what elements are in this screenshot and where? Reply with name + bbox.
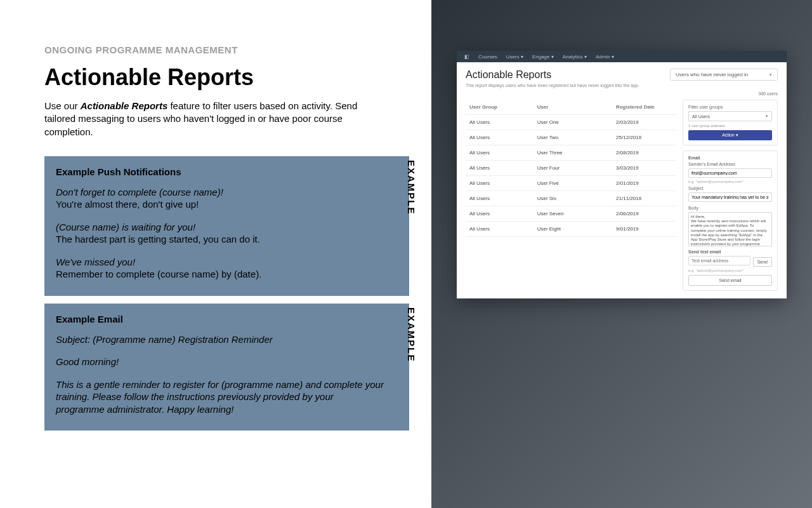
- report-description: This report displays users who have been…: [457, 83, 787, 91]
- nav-users[interactable]: Users ▾: [506, 54, 523, 60]
- nav-logo-icon: ◧: [464, 54, 469, 60]
- example-push-block: EXAMPLE Example Push Notifications Don't…: [44, 156, 409, 296]
- side-panel: Filter user groups All Users ▾ 1 user gr…: [683, 100, 778, 291]
- email-subject: Subject: (Programme name) Registration R…: [56, 333, 384, 346]
- cell-user: User Three: [537, 150, 616, 156]
- push-g2-line1: (Course name) is waiting for you!: [56, 221, 384, 234]
- body-label: Body: [688, 206, 772, 210]
- email-body: This is a gentle reminder to register fo…: [56, 378, 384, 416]
- app-window: ◧ Courses Users ▾ Engage ▾ Analytics ▾ A…: [457, 51, 787, 298]
- table-row[interactable]: All UsersUser Six21/11/2018: [466, 191, 676, 206]
- users-table: User Group User Registered Date All User…: [466, 100, 676, 291]
- cell-user: User Six: [537, 196, 616, 201]
- table-row[interactable]: All UsersUser Seven2/06/2019: [466, 206, 676, 222]
- table-header: User Group User Registered Date: [466, 100, 676, 115]
- nav-engage[interactable]: Engage ▾: [532, 54, 554, 60]
- email-card: Email Sender's Email Address e.g. "admin…: [683, 150, 778, 291]
- cell-date: 3/03/2019: [616, 165, 672, 171]
- filter-label: Filter user groups: [688, 105, 772, 109]
- cell-group: All Users: [469, 119, 537, 125]
- testemail-input[interactable]: [688, 256, 750, 265]
- sender-hint: e.g. "admin@yourcompany.com": [688, 180, 772, 184]
- body-textarea[interactable]: Hi there, We have recently sent instruct…: [688, 212, 772, 246]
- cell-group: All Users: [469, 226, 537, 232]
- push-group-1: Don't forget to complete (course name)! …: [56, 186, 384, 211]
- nav-courses[interactable]: Courses: [478, 54, 497, 60]
- cell-group: All Users: [469, 165, 537, 171]
- dropdown-value: Users who have never logged in: [676, 72, 748, 77]
- email-card-heading: Email: [688, 156, 772, 160]
- action-button[interactable]: Action ▾: [688, 130, 772, 140]
- subject-input[interactable]: [688, 192, 772, 202]
- cell-group: All Users: [469, 135, 537, 140]
- cell-user: User Five: [537, 180, 616, 186]
- example-label-vertical: EXAMPLE: [406, 160, 417, 215]
- cell-user: User Two: [537, 135, 616, 140]
- cell-date: 2/03/2019: [616, 119, 672, 125]
- cell-group: All Users: [469, 150, 537, 156]
- push-g2-line2: The hardest part is getting started, you…: [56, 233, 384, 246]
- table-row[interactable]: All UsersUser Five2/01/2019: [466, 176, 676, 191]
- push-group-2: (Course name) is waiting for you! The ha…: [56, 221, 384, 246]
- filter-select[interactable]: All Users ▾: [688, 111, 772, 121]
- page-title: Actionable Reports: [44, 64, 419, 91]
- cell-date: 2/06/2019: [616, 211, 672, 217]
- push-heading: Example Push Notifications: [56, 166, 384, 177]
- col-user: User: [537, 104, 616, 110]
- cell-user: User Seven: [537, 211, 616, 217]
- screenshot-backdrop: ◧ Courses Users ▾ Engage ▾ Analytics ▾ A…: [431, 0, 812, 508]
- example-label-vertical-2: EXAMPLE: [406, 307, 417, 363]
- push-g3-line1: We've missed you!: [56, 256, 384, 269]
- cell-group: All Users: [469, 211, 537, 217]
- cell-date: 2/08/2019: [616, 150, 672, 156]
- cell-user: User Eight: [537, 226, 616, 232]
- chevron-down-icon: ▾: [766, 114, 768, 119]
- nav-admin[interactable]: Admin ▾: [596, 54, 614, 60]
- cell-date: 25/12/2018: [616, 135, 672, 140]
- chevron-down-icon: ▾: [769, 72, 772, 77]
- filter-note: 1 user group selected: [688, 124, 772, 128]
- user-count: 300 users: [457, 91, 787, 100]
- cell-group: All Users: [469, 196, 537, 201]
- report-type-dropdown[interactable]: Users who have never logged in ▾: [670, 69, 778, 81]
- intro-paragraph: Use our Actionable Reports feature to fi…: [44, 100, 381, 138]
- table-row[interactable]: All UsersUser Eight9/01/2019: [466, 222, 676, 237]
- cell-date: 2/01/2019: [616, 180, 672, 186]
- filter-card: Filter user groups All Users ▾ 1 user gr…: [683, 100, 778, 145]
- cell-user: User One: [537, 119, 616, 125]
- cell-group: All Users: [469, 180, 537, 186]
- cell-user: User Four: [537, 165, 616, 171]
- col-registered-date: Registered Date: [616, 104, 672, 110]
- cell-date: 21/11/2018: [616, 196, 672, 201]
- table-row[interactable]: All UsersUser Four3/03/2019: [466, 161, 676, 176]
- app-navbar: ◧ Courses Users ▾ Engage ▾ Analytics ▾ A…: [457, 51, 787, 62]
- filter-value: All Users: [692, 114, 710, 119]
- table-row[interactable]: All UsersUser One2/03/2019: [466, 115, 676, 130]
- push-g1-line2: You're almost there, don't give up!: [56, 198, 384, 211]
- push-g1-line1: Don't forget to complete (course name)!: [56, 186, 384, 199]
- testemail-hint: e.g. "admin@yourcompany.com": [688, 269, 772, 272]
- example-email-block: EXAMPLE Example Email Subject: (Programm…: [44, 304, 409, 431]
- intro-pre: Use our: [44, 100, 81, 111]
- nav-analytics[interactable]: Analytics ▾: [563, 54, 587, 60]
- sender-label: Sender's Email Address: [688, 162, 772, 166]
- table-row[interactable]: All UsersUser Three2/08/2019: [466, 145, 676, 161]
- sender-input[interactable]: [688, 168, 772, 178]
- send-email-button[interactable]: Send email: [688, 275, 772, 286]
- subject-label: Subject: [688, 186, 772, 190]
- email-greeting: Good morning!: [56, 356, 384, 368]
- table-row[interactable]: All UsersUser Two25/12/2018: [466, 130, 676, 145]
- send-test-button[interactable]: Send: [753, 257, 772, 267]
- col-user-group: User Group: [469, 104, 537, 110]
- app-title: Actionable Reports: [466, 69, 551, 81]
- cell-date: 9/01/2019: [616, 226, 672, 232]
- intro-bold: Actionable Reports: [81, 100, 168, 111]
- push-g3-line2: Remember to complete (course name) by (d…: [56, 268, 384, 281]
- push-group-3: We've missed you! Remember to complete (…: [56, 256, 384, 281]
- eyebrow-text: ONGOING PROGRAMME MANAGEMENT: [44, 44, 419, 55]
- testemail-label: Send test email: [688, 250, 772, 254]
- email-heading: Example Email: [56, 314, 384, 324]
